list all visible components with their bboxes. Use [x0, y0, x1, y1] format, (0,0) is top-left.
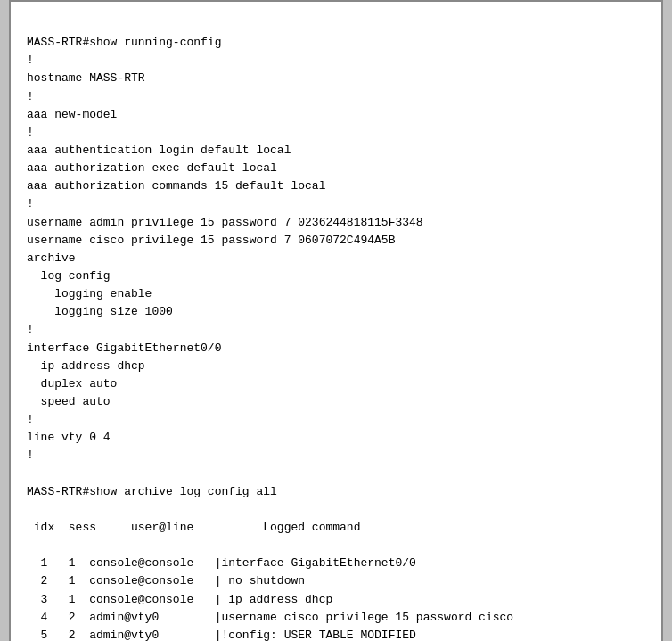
terminal-output: MASS-RTR#show running-config ! hostname … [9, 0, 663, 641]
archive-rows: 1 1 console@console |interface GigabitEt… [27, 556, 513, 641]
terminal-lines: MASS-RTR#show running-config ! hostname … [27, 36, 423, 498]
archive-header: idx sess user@line Logged command [27, 521, 360, 534]
